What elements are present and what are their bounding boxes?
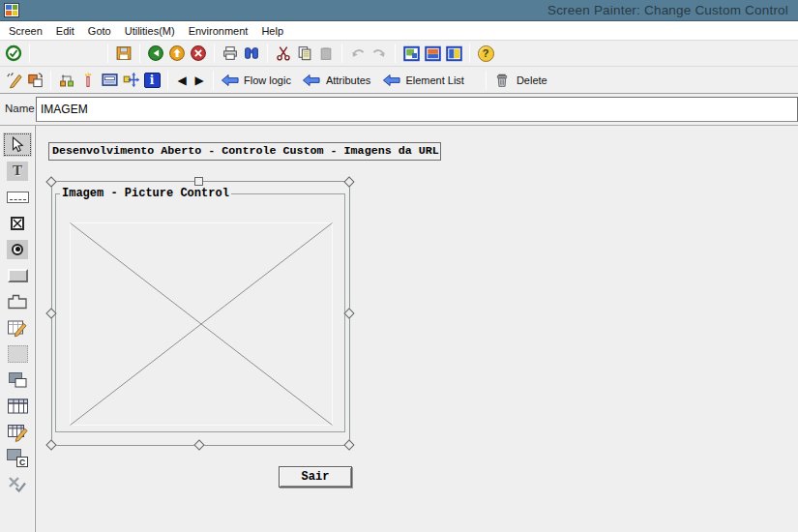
application-toolbar: i ◀ ▶ Flow logic Attributes Element List… bbox=[0, 67, 798, 94]
box-icon bbox=[7, 293, 28, 310]
menu-bar: Screen Edit Goto Utilities(M) Environmen… bbox=[0, 21, 798, 41]
tabstrip-icon bbox=[7, 370, 28, 389]
cut-button[interactable] bbox=[273, 43, 294, 64]
text-tool-icon: T bbox=[7, 162, 28, 181]
flow-logic-button[interactable] bbox=[219, 70, 240, 91]
pushbutton-tool[interactable] bbox=[3, 263, 32, 287]
copy-object-icon bbox=[26, 71, 44, 89]
trash-icon bbox=[493, 72, 511, 89]
find-icon bbox=[243, 44, 260, 62]
element-list-button[interactable] bbox=[380, 70, 401, 91]
name-row: Name bbox=[0, 94, 798, 126]
redo-icon bbox=[370, 44, 388, 62]
cancel-button[interactable] bbox=[188, 43, 209, 64]
change-pencil-icon bbox=[5, 71, 23, 89]
subscreen-icon bbox=[8, 345, 28, 363]
test-icon bbox=[79, 72, 97, 89]
window-green-icon bbox=[402, 44, 421, 63]
table-wizard-tool[interactable] bbox=[3, 315, 32, 340]
menu-help[interactable]: Help bbox=[254, 23, 290, 39]
find-button[interactable] bbox=[241, 43, 262, 64]
print-button[interactable] bbox=[220, 43, 241, 64]
menu-environment[interactable]: Environment bbox=[182, 23, 255, 39]
print-icon bbox=[222, 44, 239, 62]
cut-icon bbox=[275, 44, 292, 62]
info-icon: i bbox=[144, 73, 161, 88]
exit-icon bbox=[168, 44, 186, 62]
tool-palette: T bbox=[0, 126, 36, 532]
next-screen-button[interactable]: ▶ bbox=[191, 74, 208, 87]
selection-tool[interactable] bbox=[3, 133, 32, 157]
custom-control-tool[interactable]: C bbox=[3, 446, 32, 470]
window-yellow-icon bbox=[445, 44, 463, 63]
delete-label[interactable]: Delete bbox=[517, 74, 547, 86]
table-control-tool[interactable] bbox=[3, 394, 32, 418]
sair-pushbutton[interactable]: Sair bbox=[279, 466, 352, 488]
menu-goto[interactable]: Goto bbox=[81, 23, 118, 39]
undo-button bbox=[347, 43, 369, 64]
resize-handle-top-center[interactable] bbox=[194, 177, 203, 186]
radio-button-tool[interactable] bbox=[3, 237, 32, 261]
new-session-button[interactable] bbox=[400, 43, 422, 64]
tabstrip-tool[interactable] bbox=[3, 368, 32, 392]
status-check-icon bbox=[7, 475, 28, 493]
redo-button bbox=[369, 43, 390, 64]
undo-icon bbox=[349, 44, 367, 62]
app-icon[interactable] bbox=[4, 3, 19, 17]
hierarchy-button[interactable] bbox=[56, 70, 77, 91]
save-icon bbox=[115, 44, 133, 62]
entry-field-icon bbox=[7, 192, 29, 203]
shortcut-window-button[interactable] bbox=[443, 43, 464, 64]
display-change-button[interactable] bbox=[3, 70, 24, 91]
screen-text-element[interactable]: Desenvolvimento Aberto - Controle Custom… bbox=[48, 142, 441, 161]
text-tool[interactable]: T bbox=[3, 159, 32, 183]
radio-button-icon bbox=[7, 240, 28, 259]
cancel-icon bbox=[190, 44, 207, 62]
move-button[interactable] bbox=[120, 70, 141, 91]
back-icon bbox=[147, 44, 164, 62]
custom-control-placeholder[interactable] bbox=[70, 222, 333, 426]
test-button[interactable] bbox=[77, 70, 99, 91]
standard-toolbar: ? bbox=[0, 41, 798, 67]
attributes-button[interactable] bbox=[301, 70, 322, 91]
info-button[interactable]: i bbox=[141, 70, 163, 91]
nav-left-arrow-icon bbox=[221, 74, 239, 87]
pushbutton-icon bbox=[8, 269, 28, 282]
copy-button[interactable] bbox=[294, 43, 315, 64]
attributes-label[interactable]: Attributes bbox=[326, 74, 370, 86]
status-icon-tool[interactable] bbox=[3, 472, 32, 496]
delete-button[interactable] bbox=[491, 70, 513, 91]
menu-edit[interactable]: Edit bbox=[49, 23, 81, 39]
save-button[interactable] bbox=[113, 43, 134, 64]
previous-screen-button[interactable]: ◀ bbox=[173, 74, 191, 87]
name-input[interactable] bbox=[36, 97, 798, 122]
checkbox-tool[interactable] bbox=[3, 211, 32, 235]
checkbox-icon bbox=[11, 217, 24, 230]
paste-icon bbox=[317, 44, 335, 62]
help-button[interactable]: ? bbox=[475, 43, 496, 64]
screen-button[interactable] bbox=[99, 70, 120, 91]
element-list-label[interactable]: Element List bbox=[405, 74, 464, 86]
nav-left-arrow-icon bbox=[302, 74, 320, 87]
session-window-button[interactable] bbox=[422, 43, 443, 64]
flow-logic-label[interactable]: Flow logic bbox=[244, 74, 291, 86]
grid-pencil-icon bbox=[7, 318, 28, 338]
window-orange-icon bbox=[424, 44, 442, 63]
hierarchy-icon bbox=[58, 72, 75, 89]
exit-button[interactable] bbox=[166, 43, 188, 64]
enter-icon bbox=[5, 44, 22, 62]
frame-title: Imagem - Picture Control bbox=[60, 187, 231, 200]
back-button[interactable] bbox=[145, 43, 166, 64]
name-label: Name bbox=[5, 103, 35, 114]
title-bar: Screen Painter: Change Custom Control bbox=[0, 0, 798, 21]
custom-control-icon: C bbox=[7, 449, 28, 467]
enter-button[interactable] bbox=[3, 43, 24, 64]
window-title: Screen Painter: Change Custom Control bbox=[547, 3, 788, 17]
menu-screen[interactable]: Screen bbox=[2, 23, 49, 39]
box-tool[interactable] bbox=[3, 289, 32, 313]
pointer-icon bbox=[9, 136, 26, 154]
entry-field-tool[interactable] bbox=[3, 185, 32, 209]
menu-utilities[interactable]: Utilities(M) bbox=[118, 23, 182, 39]
copy-object-button[interactable] bbox=[24, 70, 45, 91]
table-control-wizard-tool[interactable] bbox=[3, 420, 32, 444]
